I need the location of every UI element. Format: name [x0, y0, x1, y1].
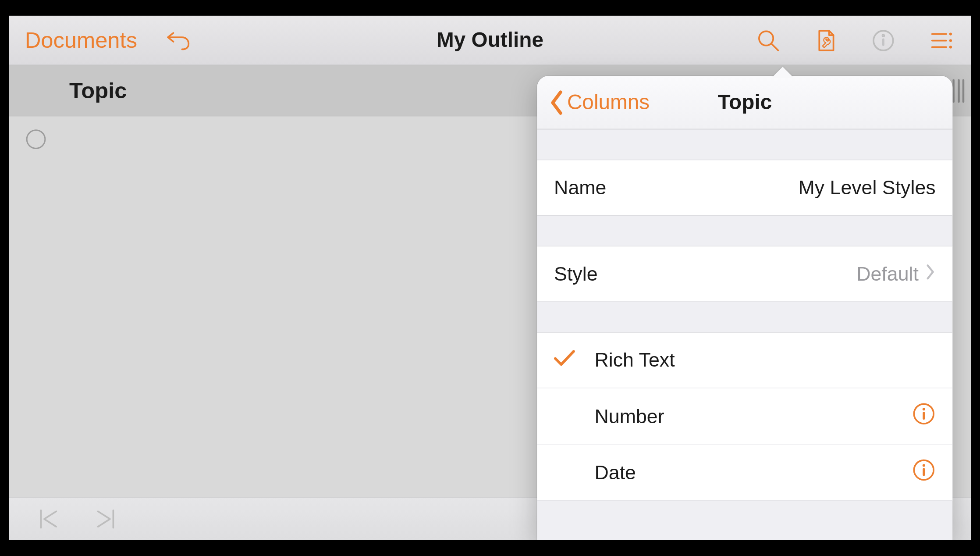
- type-info-button[interactable]: [912, 458, 936, 486]
- svg-point-8: [949, 39, 952, 42]
- column-resize-handle[interactable]: [952, 79, 964, 103]
- svg-point-14: [923, 408, 925, 411]
- popover-arrow: [772, 67, 793, 78]
- row-handle-icon[interactable]: [26, 130, 46, 150]
- svg-rect-15: [923, 412, 925, 420]
- chevron-right-icon: [925, 263, 936, 285]
- chevron-left-icon: [547, 89, 566, 116]
- column-type-option[interactable]: Number: [537, 388, 952, 445]
- info-icon: [870, 27, 897, 53]
- undo-button[interactable]: [163, 26, 192, 55]
- wrench-document-icon: [813, 27, 839, 53]
- column-type-label: Date: [595, 461, 636, 484]
- svg-line-1: [771, 44, 778, 50]
- checkmark-icon: [553, 348, 576, 372]
- info-button[interactable]: [869, 26, 898, 55]
- svg-point-10: [949, 46, 952, 48]
- info-icon: [912, 402, 936, 426]
- popover-back-button[interactable]: Columns: [545, 89, 650, 116]
- view-options-button[interactable]: [927, 26, 955, 55]
- inspector-button[interactable]: [811, 26, 840, 55]
- name-label: Name: [554, 177, 606, 199]
- popover-header: Columns Topic: [537, 76, 952, 129]
- popover-back-label: Columns: [567, 90, 650, 114]
- svg-point-6: [949, 32, 952, 35]
- type-info-button[interactable]: [912, 402, 936, 430]
- svg-point-17: [923, 464, 925, 467]
- column-header-title: Topic: [69, 78, 127, 103]
- column-type-label: Rich Text: [595, 349, 675, 371]
- last-arrow-icon: [90, 506, 119, 532]
- column-type-option[interactable]: Date: [537, 445, 952, 501]
- svg-rect-4: [882, 38, 884, 46]
- column-type-list: Rich TextNumberDate: [537, 332, 952, 501]
- first-arrow-icon: [35, 506, 64, 532]
- undo-icon: [165, 27, 191, 53]
- prev-row-button[interactable]: [35, 505, 64, 534]
- svg-point-3: [882, 34, 884, 37]
- style-cell[interactable]: Style Default: [537, 246, 952, 302]
- search-icon: [755, 27, 781, 53]
- column-type-label: Number: [595, 405, 664, 428]
- list-icon: [928, 27, 954, 53]
- column-inspector-popover: Columns Topic Name My Level Styles Style…: [537, 76, 952, 540]
- search-button[interactable]: [754, 26, 783, 55]
- top-toolbar: Documents My Outline: [9, 16, 971, 65]
- column-type-option[interactable]: Rich Text: [537, 332, 952, 388]
- svg-rect-18: [923, 468, 925, 476]
- next-row-button[interactable]: [90, 505, 119, 534]
- documents-button[interactable]: Documents: [25, 28, 137, 53]
- info-icon: [912, 458, 936, 482]
- name-cell[interactable]: Name My Level Styles: [537, 160, 952, 216]
- style-label: Style: [554, 263, 597, 285]
- name-value: My Level Styles: [798, 177, 935, 199]
- style-value: Default: [856, 263, 919, 285]
